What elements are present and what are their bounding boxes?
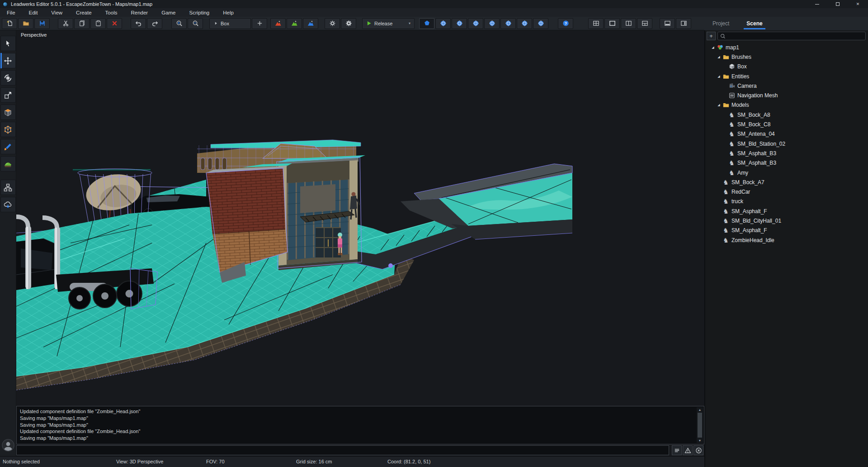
select-tool[interactable]	[0, 36, 16, 51]
menu-item-edit[interactable]: Edit	[22, 10, 45, 15]
tree-item-box[interactable]: Box	[705, 62, 868, 71]
menu-item-view[interactable]: View	[44, 10, 69, 15]
tree-item-models[interactable]: ◢Models	[705, 100, 868, 110]
shading-mode-5-button[interactable]	[484, 18, 500, 29]
toggle-bottom-panel-button[interactable]	[660, 18, 675, 29]
paint-tool[interactable]	[0, 139, 16, 154]
scroll-up-icon[interactable]: ▲	[698, 407, 702, 412]
undo-button[interactable]	[131, 18, 146, 29]
console-errors-button[interactable]	[693, 445, 703, 455]
menu-item-render[interactable]: Render	[124, 10, 155, 15]
console-log[interactable]: Updated component definition file "Zombi…	[16, 406, 704, 444]
settings-button[interactable]	[341, 18, 356, 29]
command-input[interactable]	[16, 445, 669, 455]
tree-item-label: map1	[726, 44, 739, 51]
scroll-down-icon[interactable]: ▼	[698, 438, 702, 443]
tree-item-sm-bock-c8[interactable]: ♞SM_Bock_C8	[705, 119, 868, 129]
shading-mode-2-button[interactable]	[435, 18, 451, 29]
menu-item-help[interactable]: Help	[216, 10, 241, 15]
tree-item-sm-bld-cityhall-01[interactable]: ♞SM_Bld_CityHall_01	[705, 216, 868, 225]
terrain-layers-button[interactable]	[303, 18, 318, 29]
open-map-button[interactable]	[18, 18, 33, 29]
scale-tool[interactable]	[0, 87, 16, 103]
tree-item-sm-antena-04[interactable]: ♞SM_Antena_04	[705, 129, 868, 139]
shading-mode-6-button[interactable]	[500, 18, 516, 29]
paste-button[interactable]	[90, 18, 106, 29]
tree-item-sm-asphalt-f[interactable]: ♞SM_Asphalt_F	[705, 226, 868, 235]
console-scrollbar[interactable]: ▲ ▼	[697, 407, 703, 443]
move-tool[interactable]	[0, 53, 16, 68]
tree-item-redcar[interactable]: ♞RedCar	[705, 187, 868, 196]
tree-item-amy[interactable]: ♞Amy	[705, 168, 868, 177]
tree-item-entities[interactable]: ◢Entities	[705, 71, 868, 81]
tree-item-sm-asphalt-b3[interactable]: ♞SM_Asphalt_B3	[705, 148, 868, 158]
zoom-out-button[interactable]	[188, 18, 203, 29]
tree-item-sm-bock-a7[interactable]: ♞SM_Bock_A7	[705, 177, 868, 187]
close-button[interactable]: ✕	[848, 0, 868, 8]
new-map-button[interactable]	[2, 18, 17, 29]
cut-button[interactable]	[58, 18, 73, 29]
scroll-thumb[interactable]	[698, 413, 702, 438]
redo-button[interactable]	[147, 18, 162, 29]
tree-item-navigation-mesh[interactable]: Navigation Mesh	[705, 91, 868, 100]
tree-item-sm-asphalt-f[interactable]: ♞SM_Asphalt_F	[705, 206, 868, 216]
terrain-tool[interactable]	[0, 156, 16, 172]
hierarchy-tool[interactable]	[0, 180, 16, 195]
maximize-button[interactable]	[827, 0, 848, 8]
add-primitive-button[interactable]	[252, 18, 267, 29]
expand-arrow-icon[interactable]: ◢	[716, 75, 722, 78]
console-warnings-button[interactable]	[683, 445, 693, 455]
copy-button[interactable]	[74, 18, 90, 29]
layout-rows-button[interactable]	[637, 18, 652, 29]
minimize-button[interactable]	[807, 0, 827, 8]
zoom-in-button[interactable]	[171, 18, 187, 29]
tab-scene[interactable]: Scene	[745, 17, 764, 30]
face-tool[interactable]	[0, 105, 16, 120]
terrain-paint-button[interactable]	[287, 18, 302, 29]
tree-item-sm-bld-station-02[interactable]: ♞SM_Bld_Station_02	[705, 139, 868, 148]
terrain-sculpt-button[interactable]	[270, 18, 286, 29]
tree-item-sm-asphalt-b3[interactable]: ♞SM_Asphalt_B3	[705, 158, 868, 168]
menu-item-game[interactable]: Game	[155, 10, 182, 15]
save-map-button[interactable]	[34, 18, 50, 29]
shading-mode-8-button[interactable]	[533, 18, 548, 29]
shading-mode-3-button[interactable]	[452, 18, 467, 29]
help-button[interactable]: ?	[558, 18, 573, 29]
shading-solid-button[interactable]	[419, 18, 434, 29]
3d-viewport[interactable]: Perspective	[16, 30, 704, 406]
console-log-button[interactable]	[672, 445, 682, 455]
tree-item-sm-bock-a8[interactable]: ♞SM_Bock_A8	[705, 110, 868, 119]
expand-arrow-icon[interactable]: ◢	[710, 46, 716, 49]
tree-item-brushes[interactable]: ◢Brushes	[705, 52, 868, 62]
menu-item-scripting[interactable]: Scripting	[183, 10, 217, 15]
expand-arrow-icon[interactable]: ◢	[716, 55, 722, 59]
shading-mode-7-button[interactable]	[517, 18, 532, 29]
menu-item-create[interactable]: Create	[69, 10, 99, 15]
expand-arrow-icon[interactable]: ◢	[716, 103, 722, 107]
delete-button[interactable]	[107, 18, 122, 29]
layout-quad-button[interactable]	[588, 18, 604, 29]
shading-mode-4-button[interactable]	[468, 18, 483, 29]
add-entity-button[interactable]: +	[707, 32, 716, 40]
tree-item-label: RedCar	[731, 189, 750, 195]
toggle-right-panel-button[interactable]	[676, 18, 691, 29]
tree-item-truck[interactable]: ♞truck	[705, 197, 868, 206]
zoom-out-icon	[192, 20, 199, 27]
rotate-tool[interactable]	[0, 70, 16, 86]
environment-settings-button[interactable]	[325, 18, 340, 29]
cloud-download[interactable]	[0, 197, 16, 212]
tree-item-zombiehead-idle[interactable]: ♞ZombieHead_Idle	[705, 235, 868, 245]
tree-item-map1[interactable]: ◢map1	[705, 43, 868, 52]
search-input[interactable]	[717, 32, 866, 40]
user-avatar[interactable]	[2, 439, 14, 453]
tree-item-camera[interactable]: Camera	[705, 81, 868, 91]
vertex-tool[interactable]	[0, 122, 16, 137]
primitive-dropdown-button[interactable]: Box	[209, 18, 251, 29]
run-config-dropdown-button[interactable]: Release▾	[362, 18, 415, 29]
layout-columns-button[interactable]	[621, 18, 636, 29]
tree-item-label: SM_Bock_A8	[737, 112, 770, 118]
tab-project[interactable]: Project	[711, 17, 731, 30]
layout-single-button[interactable]	[604, 18, 620, 29]
menu-item-tools[interactable]: Tools	[99, 10, 124, 15]
menu-item-file[interactable]: File	[0, 10, 22, 15]
